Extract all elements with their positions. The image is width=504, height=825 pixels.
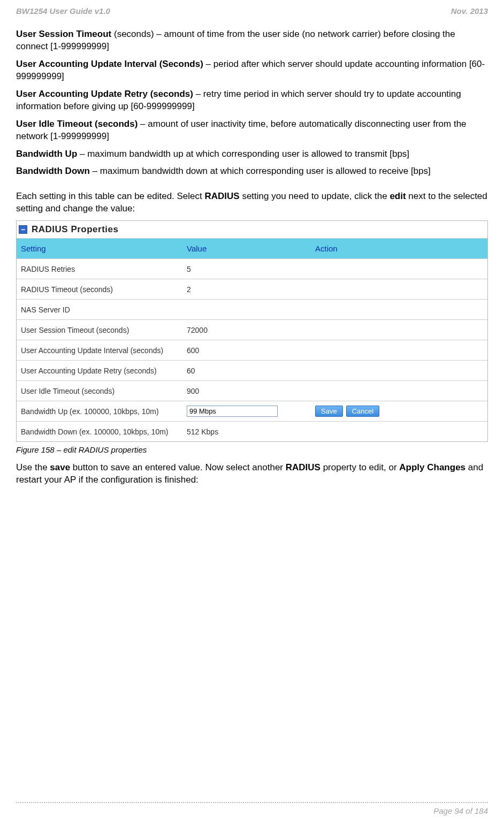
table-row[interactable]: Bandwidth Down (ex. 100000, 10kbps, 10m)… <box>17 421 487 441</box>
cell-action <box>311 387 487 395</box>
cell-value: 2 <box>182 281 311 298</box>
cell-setting: User Accounting Update Retry (seconds) <box>17 362 182 379</box>
cell-setting: User Accounting Update Interval (seconds… <box>17 342 182 359</box>
text: Use the <box>16 462 50 472</box>
column-header-action: Action <box>311 239 487 258</box>
cell-setting: RADIUS Timeout (seconds) <box>17 281 182 298</box>
table-row[interactable]: User Accounting Update Retry (seconds) 6… <box>17 360 487 380</box>
cell-value: 72000 <box>182 322 311 339</box>
bold-save: save <box>50 462 70 472</box>
column-header-setting: Setting <box>17 239 182 258</box>
page-footer: Page 94 of 184 <box>16 802 488 815</box>
bandwidth-up-input[interactable] <box>187 406 278 417</box>
table-row[interactable]: NAS Server ID <box>17 299 487 319</box>
paragraph-bandwidth-down: Bandwidth Down – maximum bandwidth down … <box>16 165 488 178</box>
term: User Session Timeout <box>16 29 111 39</box>
column-header-value: Value <box>182 239 311 258</box>
cell-action <box>311 346 487 355</box>
paragraph-accounting-interval: User Accounting Update Interval (Seconds… <box>16 58 488 83</box>
cell-value <box>182 305 311 314</box>
table-title-row: RADIUS Properties <box>17 221 487 239</box>
text: property to edit, or <box>320 462 399 472</box>
cell-setting: Bandwidth Down (ex. 100000, 10kbps, 10m) <box>17 423 182 440</box>
cell-action <box>311 427 487 436</box>
cell-action: Save Cancel <box>311 401 487 421</box>
table-row[interactable]: User Session Timeout (seconds) 72000 <box>17 319 487 340</box>
text: button to save an entered value. Now sel… <box>70 462 286 472</box>
cell-action <box>311 326 487 334</box>
paragraph-user-session-timeout: User Session Timeout (seconds) – amount … <box>16 28 488 53</box>
bold-edit: edit <box>390 191 406 201</box>
cell-value: 900 <box>182 383 311 400</box>
cell-setting: Bandwidth Up (ex. 100000, 10kbps, 10m) <box>17 403 182 420</box>
cell-value: 512 Kbps <box>182 423 311 440</box>
bold-radius: RADIUS <box>286 462 320 472</box>
cell-setting: User Idle Timeout (seconds) <box>17 383 182 400</box>
paragraph-intro: Each setting in this table can be edited… <box>16 190 488 215</box>
term: User Idle Timeout (seconds) <box>16 119 138 129</box>
cell-action <box>311 366 487 375</box>
figure-caption: Figure 158 – edit RADIUS properties <box>16 445 488 454</box>
page-header: BW1254 User Guide v1.0 Nov. 2013 <box>16 6 488 16</box>
term: User Accounting Update Retry (seconds) <box>16 89 193 99</box>
cell-setting: User Session Timeout (seconds) <box>17 322 182 339</box>
cell-action <box>311 285 487 294</box>
paragraph-bandwidth-up: Bandwidth Up – maximum bandwidth up at w… <box>16 148 488 161</box>
table-row[interactable]: User Idle Timeout (seconds) 900 <box>17 380 487 401</box>
definition: – maximum bandwidth down at which corres… <box>90 166 431 176</box>
cell-action <box>311 265 487 273</box>
page-number: Page 94 of 184 <box>16 806 488 815</box>
table-row[interactable]: RADIUS Retries 5 <box>17 258 487 279</box>
header-left: BW1254 User Guide v1.0 <box>16 6 110 16</box>
text: Each setting in this table can be edited… <box>16 191 205 201</box>
cell-setting: NAS Server ID <box>17 301 182 318</box>
table-title: RADIUS Properties <box>32 224 118 235</box>
paragraph-accounting-retry: User Accounting Update Retry (seconds) –… <box>16 88 488 113</box>
bold-radius: RADIUS <box>205 191 240 201</box>
cell-setting: RADIUS Retries <box>17 261 182 278</box>
bold-apply-changes: Apply Changes <box>399 462 465 472</box>
collapse-icon[interactable] <box>19 225 27 234</box>
cell-value: 5 <box>182 261 311 278</box>
paragraph-outro: Use the save button to save an entered v… <box>16 462 488 486</box>
cell-value-editing <box>182 401 311 421</box>
term: User Accounting Update Interval (Seconds… <box>16 59 203 69</box>
term: Bandwidth Down <box>16 166 90 176</box>
term: Bandwidth Up <box>16 149 77 159</box>
paragraph-idle-timeout: User Idle Timeout (seconds) – amount of … <box>16 118 488 143</box>
cell-value: 600 <box>182 342 311 359</box>
text: setting you need to update, click the <box>240 191 390 201</box>
cell-value: 60 <box>182 362 311 379</box>
radius-properties-table: RADIUS Properties Setting Value Action R… <box>16 220 488 442</box>
divider <box>16 802 488 803</box>
table-row[interactable]: User Accounting Update Interval (seconds… <box>17 340 487 360</box>
save-button[interactable]: Save <box>315 406 343 417</box>
table-row[interactable]: RADIUS Timeout (seconds) 2 <box>17 279 487 299</box>
cell-action <box>311 305 487 314</box>
definition: – maximum bandwidth up at which correspo… <box>77 149 409 159</box>
table-header-row: Setting Value Action <box>17 239 487 258</box>
table-row-editing[interactable]: Bandwidth Up (ex. 100000, 10kbps, 10m) S… <box>17 401 487 421</box>
header-right: Nov. 2013 <box>451 6 488 16</box>
cancel-button[interactable]: Cancel <box>346 406 379 417</box>
